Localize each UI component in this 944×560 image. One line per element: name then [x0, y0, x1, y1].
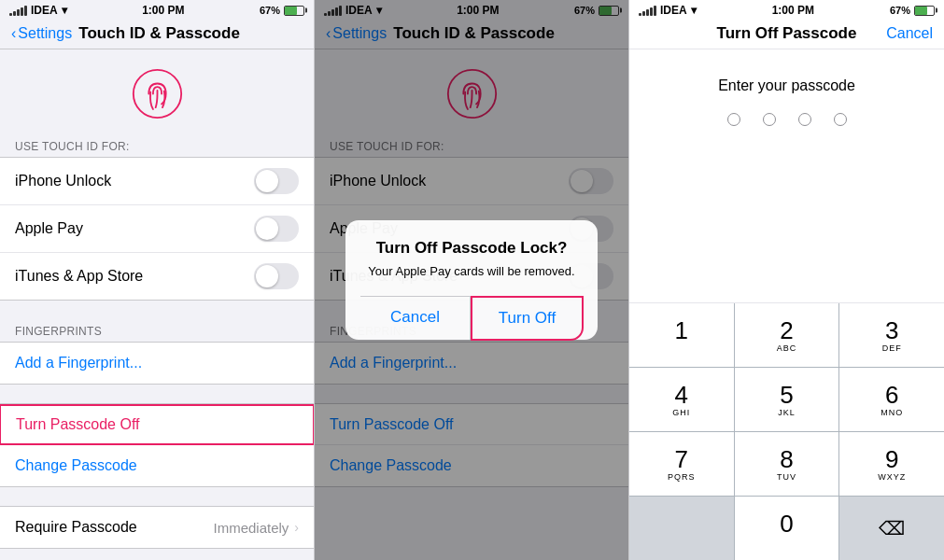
key-4[interactable]: 4 GHI	[629, 368, 735, 431]
keypad-row-1: 1 2 ABC 3 DEF	[629, 303, 944, 368]
passcode-dot-2	[763, 113, 776, 126]
cancel-button-3[interactable]: Cancel	[877, 25, 933, 42]
status-right-1: 67%	[260, 5, 304, 16]
dialog-cancel-button[interactable]: Cancel	[360, 297, 471, 340]
iphone-unlock-toggle-1[interactable]	[254, 168, 299, 194]
apple-pay-toggle-1[interactable]	[254, 216, 299, 242]
keypad: 1 2 ABC 3 DEF 4 GHI 5 JKL 6 MN	[629, 302, 944, 560]
signal-icon-1	[9, 6, 27, 16]
nav-bar-1: ‹ Settings Touch ID & Passcode	[0, 21, 314, 49]
turn-passcode-off-label-1: Turn Passcode Off	[16, 416, 140, 433]
add-fingerprint-label-1: Add a Fingerprint...	[15, 355, 142, 371]
dialog-overlay: Turn Off Passcode Lock? Your Apple Pay c…	[315, 0, 628, 560]
key-5-letters: JKL	[778, 408, 796, 417]
itunes-toggle-1[interactable]	[254, 263, 299, 289]
key-3[interactable]: 3 DEF	[839, 303, 944, 367]
require-passcode-chevron-1: ›	[294, 520, 299, 535]
nav-title-3: Turn Off Passcode	[717, 24, 857, 43]
status-right-3: 67%	[890, 5, 935, 16]
panel-2: IDEA ▾ 1:00 PM 67% ‹ Settings Touch ID &…	[315, 0, 629, 560]
status-left-1: IDEA ▾	[9, 4, 67, 17]
require-passcode-label-1: Require Passcode	[15, 519, 137, 536]
key-7[interactable]: 7 PQRS	[629, 432, 735, 496]
status-left-3: IDEA ▾	[639, 4, 697, 17]
key-7-letters: PQRS	[668, 472, 696, 482]
key-8[interactable]: 8 TUV	[735, 432, 840, 496]
status-bar-3: IDEA ▾ 1:00 PM 67%	[629, 0, 944, 21]
touch-id-section-1	[0, 49, 314, 134]
keypad-row-3: 7 PQRS 8 TUV 9 WXYZ	[629, 432, 944, 497]
keypad-row-2: 4 GHI 5 JKL 6 MNO	[629, 368, 944, 432]
key-6-num: 6	[885, 383, 898, 407]
battery-percent-1: 67%	[260, 5, 280, 16]
key-2[interactable]: 2 ABC	[735, 303, 840, 367]
battery-icon-3	[914, 6, 935, 16]
require-passcode-row-1[interactable]: Require Passcode Immediately ›	[0, 507, 314, 548]
key-6-letters: MNO	[881, 408, 903, 417]
require-passcode-value-1: Immediately	[213, 520, 289, 536]
nav-title-1: Touch ID & Passcode	[16, 24, 303, 43]
key-7-num: 7	[675, 447, 688, 471]
key-1-num: 1	[675, 318, 688, 343]
wifi-icon-1: ▾	[62, 4, 67, 17]
key-6[interactable]: 6 MNO	[839, 368, 944, 431]
key-9-letters: WXYZ	[878, 472, 906, 482]
nav-bar-3: Turn Off Passcode Cancel	[629, 21, 944, 49]
fingerprints-group-1: Add a Fingerprint...	[0, 342, 314, 385]
carrier-1: IDEA	[31, 4, 58, 17]
key-9[interactable]: 9 WXYZ	[839, 432, 944, 496]
dialog-confirm-button[interactable]: Turn Off	[471, 296, 584, 341]
key-9-num: 9	[885, 447, 898, 471]
passcode-dot-1	[727, 113, 740, 126]
add-fingerprint-row-1[interactable]: Add a Fingerprint...	[0, 343, 314, 384]
passcode-group-1: Turn Passcode Off Change Passcode	[0, 403, 314, 487]
dialog-title: Turn Off Passcode Lock?	[360, 239, 583, 258]
key-0-num: 0	[780, 511, 793, 536]
apple-pay-row-1[interactable]: Apple Pay	[0, 205, 314, 253]
change-passcode-row-1[interactable]: Change Passcode	[0, 445, 314, 486]
passcode-dot-4	[834, 113, 847, 126]
wifi-icon-3: ▾	[691, 4, 697, 17]
keypad-row-4: 0 ⌫	[629, 497, 944, 560]
key-4-num: 4	[675, 383, 688, 407]
dialog-box: Turn Off Passcode Lock? Your Apple Pay c…	[345, 220, 598, 339]
key-3-letters: DEF	[882, 343, 902, 353]
key-2-num: 2	[780, 318, 793, 343]
iphone-unlock-row-1[interactable]: iPhone Unlock	[0, 158, 314, 205]
dialog-message: Your Apple Pay cards will be removed.	[360, 263, 583, 280]
touch-id-icon-1	[132, 68, 183, 119]
key-delete-icon: ⌫	[879, 519, 905, 538]
key-1[interactable]: 1	[629, 303, 735, 367]
time-3: 1:00 PM	[772, 4, 814, 17]
apple-pay-label-1: Apple Pay	[15, 220, 83, 237]
key-5-num: 5	[780, 383, 793, 407]
fingerprints-header-1: FINGERPRINTS	[0, 319, 314, 342]
passcode-dot-3	[798, 113, 811, 126]
iphone-unlock-label-1: iPhone Unlock	[15, 173, 111, 189]
itunes-label-1: iTunes & App Store	[15, 268, 143, 285]
key-2-letters: ABC	[777, 343, 797, 353]
key-delete[interactable]: ⌫	[839, 497, 944, 560]
passcode-prompt: Enter your passcode	[629, 49, 944, 113]
touch-id-header-1: USE TOUCH ID FOR:	[0, 134, 314, 157]
status-bar-1: IDEA ▾ 1:00 PM 67%	[0, 0, 314, 21]
battery-percent-3: 67%	[890, 5, 910, 16]
key-5[interactable]: 5 JKL	[735, 368, 840, 431]
signal-icon-3	[639, 6, 656, 16]
passcode-dots	[629, 113, 944, 126]
key-1-letters	[680, 343, 683, 353]
key-empty	[629, 497, 735, 560]
panel-1: IDEA ▾ 1:00 PM 67% ‹ Settings Touch ID &…	[0, 0, 315, 560]
panel-3: IDEA ▾ 1:00 PM 67% Turn Off Passcode Can…	[629, 0, 944, 560]
change-passcode-label-1: Change Passcode	[15, 457, 137, 474]
itunes-row-1[interactable]: iTunes & App Store	[0, 253, 314, 300]
key-8-num: 8	[780, 447, 793, 471]
turn-passcode-off-row-1[interactable]: Turn Passcode Off	[0, 404, 315, 445]
battery-icon-1	[284, 6, 304, 16]
dialog-buttons: Cancel Turn Off	[360, 296, 583, 340]
require-passcode-right-1: Immediately ›	[213, 520, 299, 536]
key-3-num: 3	[885, 318, 898, 343]
key-0[interactable]: 0	[735, 497, 840, 560]
require-passcode-group-1: Require Passcode Immediately ›	[0, 506, 314, 549]
touch-id-group-1: iPhone Unlock Apple Pay iTunes & App Sto…	[0, 157, 314, 301]
